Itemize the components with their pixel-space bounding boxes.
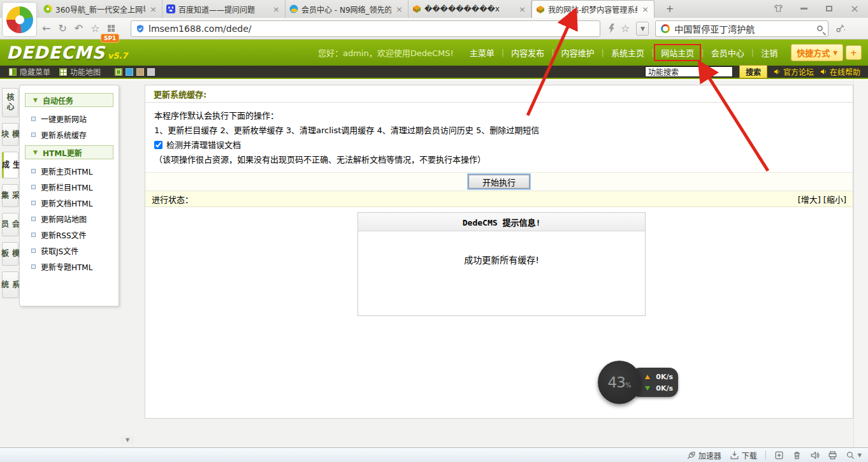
tab-dedecms-active[interactable]: 我的网站-织梦内容管理系统 × xyxy=(532,0,655,18)
clean-trace-button[interactable] xyxy=(792,451,802,460)
tab-member[interactable]: 会员 xyxy=(2,213,18,236)
tab-strip: 360导航_新一代安全上网导 × 百度知道——提问问题 × 会员中心 - N9网… xyxy=(40,0,655,18)
back-icon[interactable]: ← xyxy=(42,22,50,34)
nav-content-maintain[interactable]: 内容维护 xyxy=(554,45,602,61)
warning-text: （该项操作很占资源，如果没有出现页码不正确、无法解析文档等情况，不要执行本操作） xyxy=(154,152,844,167)
nav-system-home[interactable]: 系统主页 xyxy=(604,45,651,61)
clean-error-docs-checkbox[interactable] xyxy=(154,141,163,149)
tab-unknown[interactable]: ���������x × xyxy=(409,0,532,18)
nav-content-publish[interactable]: 内容发布 xyxy=(504,45,551,61)
theme-gray-swatch[interactable] xyxy=(147,68,155,76)
group-auto-tasks[interactable]: ▼ 自动任务 xyxy=(25,93,113,107)
close-button[interactable]: × xyxy=(846,3,863,14)
tab-template[interactable]: 模板 xyxy=(2,242,18,266)
group-html-update[interactable]: ▼ HTML更新 xyxy=(25,145,113,159)
tab-module[interactable]: 模块 xyxy=(2,123,18,146)
bookmark-star-icon[interactable]: ☆ xyxy=(621,22,630,34)
function-search-input[interactable] xyxy=(645,66,733,77)
menu-item-update-category-html[interactable]: 更新栏目HTML xyxy=(20,179,119,195)
tab-title: 360导航_新一代安全上网导 xyxy=(55,4,145,15)
url-text: lmsem1688.com/dede/ xyxy=(148,24,252,34)
status-label: 进行状态： xyxy=(152,193,193,205)
tab-close-icon[interactable]: × xyxy=(640,4,650,14)
skin-icon[interactable] xyxy=(770,3,786,14)
memory-gauge[interactable]: 43 % xyxy=(598,361,641,404)
cms-header: DEDECMS v5.7 SP1 您好：admin，欢迎使用DedeCMS! 主… xyxy=(0,40,868,66)
shortcut-add-button[interactable]: + xyxy=(846,45,862,60)
menu-item-update-cache[interactable]: 更新系统缓存 xyxy=(20,127,119,143)
theme-tan-swatch[interactable] xyxy=(136,68,144,76)
shortcut-button[interactable]: 快捷方式 ▼ xyxy=(791,44,843,61)
menu-item-update-sitemap[interactable]: 更新网站地图 xyxy=(20,211,119,227)
enlarge-link[interactable]: [增大] xyxy=(798,193,821,205)
tab-core[interactable]: 核心 xyxy=(2,88,18,117)
function-map-button[interactable]: 功能地图 xyxy=(59,66,101,77)
new-tab-button[interactable]: + xyxy=(660,3,679,15)
shrink-link[interactable]: [缩小] xyxy=(823,193,846,205)
tab-system[interactable]: 系统 xyxy=(2,271,18,298)
tab-close-icon[interactable]: × xyxy=(394,4,404,14)
admin-greeting: 您好：admin，欢迎使用DedeCMS! xyxy=(318,47,454,59)
browser-logo[interactable] xyxy=(2,2,37,37)
url-field[interactable]: lmsem1688.com/dede/ xyxy=(131,20,600,37)
restore-button[interactable] xyxy=(821,3,837,14)
accelerator-button[interactable]: 加速器 xyxy=(686,450,721,461)
tab-360-nav[interactable]: 360导航_新一代安全上网导 × xyxy=(40,0,163,18)
theme-blue-swatch[interactable] xyxy=(126,68,133,76)
mute-button[interactable] xyxy=(810,451,820,460)
tab-close-icon[interactable]: × xyxy=(517,4,527,14)
minimize-button[interactable] xyxy=(795,3,812,14)
speed-mode-icon[interactable] xyxy=(609,24,614,33)
tab-collect[interactable]: 采集 xyxy=(2,184,18,207)
favorites-dropdown[interactable]: ▼ xyxy=(636,22,649,36)
hide-menu-button[interactable]: 隐藏菜单 xyxy=(9,66,50,77)
nav-site-home[interactable]: 网站主页 xyxy=(654,44,701,61)
page-scrollbar[interactable] xyxy=(853,80,868,447)
menu-item-get-js[interactable]: 获取JS文件 xyxy=(20,243,119,259)
function-search-button[interactable]: 搜索 xyxy=(739,65,767,78)
menu-item-update-rss[interactable]: 更新RSS文件 xyxy=(20,227,119,243)
tab-baidu-zhidao[interactable]: 百度知道——提问问题 × xyxy=(163,0,286,18)
start-execute-button[interactable]: 开始执行 xyxy=(468,175,530,189)
nav-member-center[interactable]: 会员中心 xyxy=(704,45,751,61)
print-button[interactable] xyxy=(828,451,837,460)
speaker-icon xyxy=(774,68,781,75)
360-icon xyxy=(43,4,52,13)
tools-wrench-icon[interactable] xyxy=(835,24,845,34)
theme-green-swatch[interactable] xyxy=(115,68,122,76)
address-bar: ← ↻ ↶ ☆ lmsem1688.com/dede/ ☆ ▼ 中国暂停亚丁湾护… xyxy=(0,18,868,40)
cms-nav: 主菜单| 内容发布| 内容维护| 系统主页| 网站主页| 会员中心| 注销 xyxy=(463,44,785,61)
zoom-magnifier-icon xyxy=(846,451,855,460)
network-speed-widget[interactable]: 0K/s 0K/s 43 % xyxy=(598,361,679,404)
tab-close-icon[interactable]: × xyxy=(148,4,158,14)
nav-logout[interactable]: 注销 xyxy=(754,45,785,61)
nav-main-menu[interactable]: 主菜单 xyxy=(463,45,502,61)
bullet-icon xyxy=(31,249,36,253)
bullet-icon xyxy=(31,233,36,237)
refresh-icon[interactable]: ↻ xyxy=(58,22,66,34)
tab-close-icon[interactable]: × xyxy=(271,4,281,14)
site-shield-icon xyxy=(136,24,145,33)
menu-item-update-special-html[interactable]: 更新专题HTML xyxy=(20,259,119,275)
menu-item-update-doc-html[interactable]: 更新文档HTML xyxy=(20,195,119,211)
dialog-message: 成功更新所有缓存! xyxy=(358,231,645,266)
favorites-icon[interactable]: ☆ xyxy=(90,22,99,34)
add-widget-button[interactable] xyxy=(774,451,784,460)
search-magnifier-icon[interactable] xyxy=(817,25,823,31)
download-button[interactable]: 下载 xyxy=(730,450,757,461)
tab-member-center[interactable]: 会员中心 - N9网络_领先的 × xyxy=(286,0,409,18)
official-forum-link[interactable]: 官方论坛 xyxy=(774,66,814,77)
bullet-icon xyxy=(31,201,36,205)
page-zoom-button[interactable]: ▼ xyxy=(846,451,862,460)
menu-item-update-home-html[interactable]: 更新主页HTML xyxy=(20,163,119,179)
sidebar-scroll-down[interactable]: ▼ xyxy=(120,436,134,444)
tab-generate[interactable]: 生成 xyxy=(2,152,18,178)
menu-item-update-site[interactable]: 一键更新网站 xyxy=(20,111,119,127)
speaker-icon xyxy=(820,68,827,75)
history-back-icon[interactable]: ↶ xyxy=(75,22,83,34)
main-content-panel: 更新系统缓存: 本程序作默认会执行下面的操作： 1、更新栏目缓存 2、更新枚举缓… xyxy=(145,85,853,419)
online-help-link[interactable]: 在线帮助 xyxy=(820,66,860,77)
theme-color-swatches xyxy=(115,68,155,76)
apps-grid-icon[interactable] xyxy=(108,25,115,32)
search-box[interactable]: 中国暂停亚丁湾护航 xyxy=(655,20,828,37)
